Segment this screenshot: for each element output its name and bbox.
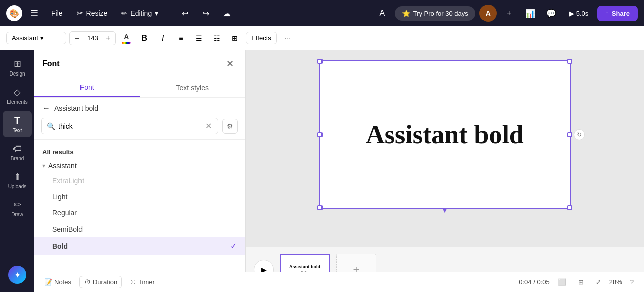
redo-btn[interactable]: ↪	[197, 5, 214, 22]
font-panel-title: Font	[42, 59, 60, 68]
brand-icon: 🏷	[13, 143, 22, 154]
comment-btn[interactable]: 💬	[543, 5, 560, 22]
help-btn[interactable]: ?	[626, 276, 638, 288]
sidebar-item-uploads[interactable]: ⬆ Uploads	[3, 167, 32, 193]
font-variant-semibold[interactable]: SemiBold	[34, 221, 245, 237]
design-icon: ⊞	[14, 58, 21, 69]
divider-1	[170, 6, 170, 20]
font-panel-header: Font ✕	[34, 50, 245, 78]
list-btn[interactable]: ☰	[191, 31, 206, 46]
back-btn[interactable]: ←	[41, 103, 51, 114]
canvas-wrapper[interactable]: ↻ ▼ Assistant bold	[319, 60, 571, 209]
uploads-icon: ⬆	[14, 171, 21, 182]
canva-logo[interactable]: 🎨	[6, 5, 22, 21]
font-family-name: Assistant	[48, 162, 77, 170]
share-btn[interactable]: ↑ Share	[597, 6, 638, 21]
handle-mid-left[interactable]	[317, 132, 323, 137]
text-icon: T	[14, 115, 20, 126]
elements-icon: ◇	[14, 87, 21, 98]
breadcrumb-row: ← Assistant bold	[41, 103, 238, 114]
canvas-text[interactable]: Assistant bold	[366, 120, 524, 150]
current-font-label: Assistant bold	[54, 104, 98, 112]
more-options-btn[interactable]: ···	[280, 31, 295, 46]
letter-a-btn[interactable]: A	[374, 5, 391, 22]
filter-btn[interactable]: ⚙	[222, 119, 238, 134]
grid-icon: ⊞	[578, 278, 584, 286]
texture-btn[interactable]: ⊞	[227, 31, 243, 46]
bottom-right: 0:04 / 0:05 ⬜ ⊞ ⤢ 28% ?	[519, 276, 638, 288]
handle-bottom-right[interactable]	[567, 205, 572, 210]
font-size-increase[interactable]: +	[104, 33, 112, 44]
main-layout: ⊞ Design ◇ Elements T Text 🏷 Brand ⬆ Upl…	[0, 50, 644, 292]
undo-btn[interactable]: ↩	[176, 5, 193, 22]
avatar[interactable]: A	[479, 5, 497, 22]
duration-icon: ⏱	[84, 278, 91, 286]
bold-btn[interactable]: B	[137, 31, 152, 46]
font-panel-close-btn[interactable]: ✕	[223, 57, 237, 70]
clear-search-btn[interactable]: ✕	[204, 121, 213, 131]
help-icon: ?	[630, 278, 634, 286]
handle-mid-right[interactable]	[567, 132, 572, 137]
search-input[interactable]	[58, 122, 201, 130]
list2-btn[interactable]: ☷	[209, 31, 224, 46]
magic-btn[interactable]: ✦	[8, 266, 26, 284]
font-size-input[interactable]	[83, 34, 103, 42]
duration-btn[interactable]: ⏱ Duration	[79, 276, 122, 288]
font-variant-light[interactable]: Light	[34, 189, 245, 205]
font-family-group-assistant: ▾ Assistant ExtraLight Light Regular Sem…	[34, 159, 245, 255]
effects-btn[interactable]: Effects	[246, 32, 277, 44]
analytics-btn[interactable]: 📊	[522, 5, 539, 22]
formatting-toolbar: Assistant ▾ – + A B I ≡ ☰ ☷ ⊞ Effects ··…	[0, 26, 644, 50]
slide-thumb-text: Assistant bold	[289, 264, 320, 269]
notes-icon: 📝	[44, 278, 52, 286]
font-list: All results ▾ Assistant ExtraLight Light…	[34, 140, 245, 292]
zoom-level: 28%	[609, 278, 622, 286]
font-variant-bold[interactable]: Bold ✓	[34, 237, 245, 255]
search-icon: 🔍	[47, 122, 55, 130]
sidebar-item-text[interactable]: T Text	[3, 111, 32, 137]
left-sidebar: ⊞ Design ◇ Elements T Text 🏷 Brand ⬆ Upl…	[0, 50, 34, 292]
chevron-icon: ▾	[42, 162, 45, 169]
cloud-btn[interactable]: ☁	[218, 5, 235, 22]
sidebar-item-brand[interactable]: 🏷 Brand	[3, 139, 32, 165]
slide-anchor: ▼	[441, 206, 449, 215]
fullscreen-btn[interactable]: ⤢	[592, 276, 605, 288]
sidebar-item-draw[interactable]: ✏ Draw	[3, 195, 32, 222]
menu-icon[interactable]: ☰	[26, 6, 42, 21]
add-btn[interactable]: +	[501, 5, 518, 22]
bottom-bar: 📝 Notes ⏱ Duration ⏲ Timer 0:04 / 0:05 ⬜…	[34, 272, 644, 292]
search-input-wrap: 🔍 ✕	[41, 118, 218, 134]
fullscreen-icon: ⤢	[596, 278, 601, 286]
tab-font[interactable]: Font	[34, 78, 140, 97]
handle-bottom-left[interactable]	[317, 205, 323, 210]
draw-icon: ✏	[14, 199, 21, 210]
rotate-handle[interactable]: ↻	[574, 129, 585, 140]
grid-view-btn[interactable]: ⊞	[574, 276, 588, 288]
time-display: 0:04 / 0:05	[519, 278, 549, 286]
tab-text-styles[interactable]: Text styles	[140, 78, 246, 97]
font-size-decrease[interactable]: –	[73, 33, 82, 44]
editing-btn[interactable]: ✏ Editing ▾	[116, 6, 164, 20]
font-selector[interactable]: Assistant ▾	[6, 32, 66, 44]
sidebar-bottom: ✦	[8, 266, 26, 288]
font-variant-regular[interactable]: Regular	[34, 205, 245, 221]
color-picker-btn[interactable]: A	[119, 31, 134, 46]
font-family-header[interactable]: ▾ Assistant	[34, 159, 245, 173]
notes-btn[interactable]: 📝 Notes	[40, 276, 75, 288]
handle-top-right[interactable]	[567, 59, 572, 64]
screen-icon: ⬜	[558, 278, 566, 286]
try-pro-btn[interactable]: ⭐ Try Pro for 30 days	[395, 6, 475, 21]
resize-btn[interactable]: ✂ Resize	[72, 6, 113, 20]
file-btn[interactable]: File	[46, 6, 68, 20]
timer-btn[interactable]: ⏲ Timer	[126, 276, 159, 288]
sidebar-item-elements[interactable]: ◇ Elements	[3, 83, 32, 109]
sidebar-item-design[interactable]: ⊞ Design	[3, 54, 32, 81]
align-left-btn[interactable]: ≡	[173, 31, 188, 46]
play-speed-btn[interactable]: ▶ 5.0s	[564, 7, 594, 20]
italic-btn[interactable]: I	[155, 31, 170, 46]
screen-mode-btn[interactable]: ⬜	[554, 276, 570, 288]
font-size-control: – +	[69, 31, 116, 45]
search-area: ← Assistant bold 🔍 ✕ ⚙	[34, 98, 245, 140]
handle-top-left[interactable]	[317, 59, 323, 64]
canvas-area: ↻ ▼ Assistant bold ▶ Assistant bold 5.0s…	[246, 50, 644, 292]
